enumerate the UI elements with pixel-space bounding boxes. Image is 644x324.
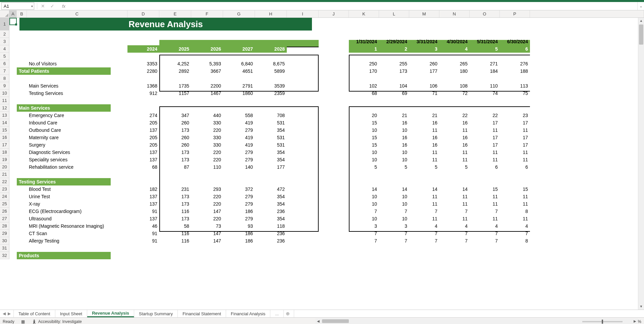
cell[interactable]: 15 xyxy=(349,141,379,149)
cell[interactable]: 5 xyxy=(439,163,470,171)
cell[interactable]: 113 xyxy=(500,82,530,90)
cell[interactable]: 110 xyxy=(470,82,500,90)
cell[interactable]: 354 xyxy=(255,149,287,156)
cell[interactable]: 7 xyxy=(439,230,470,237)
section-header[interactable]: Main Services xyxy=(17,104,111,112)
row-header[interactable]: 15 xyxy=(0,126,9,134)
sheet-tab[interactable]: Revenue Analysis xyxy=(87,310,134,317)
scroll-up-icon[interactable]: ▲ xyxy=(638,18,644,24)
cell[interactable]: Speciality services xyxy=(27,156,127,163)
row-header[interactable]: 21 xyxy=(0,171,9,178)
cell[interactable]: 17 xyxy=(500,134,530,141)
cell[interactable]: 11 xyxy=(409,193,439,200)
column-header[interactable]: G xyxy=(223,10,255,17)
scroll-thumb[interactable] xyxy=(639,24,643,45)
cell[interactable]: 10 xyxy=(379,215,409,222)
cell[interactable]: 10 xyxy=(379,156,409,163)
cell[interactable]: 71 xyxy=(409,90,439,97)
row-header[interactable]: 5 xyxy=(0,53,9,60)
cell[interactable]: 236 xyxy=(255,237,287,245)
cell[interactable]: 8,675 xyxy=(255,60,287,67)
cell[interactable]: 177 xyxy=(409,67,439,75)
column-header[interactable]: N xyxy=(439,10,470,17)
cell[interactable]: 354 xyxy=(255,200,287,208)
cell[interactable]: 173 xyxy=(159,215,191,222)
cell[interactable]: 137 xyxy=(127,149,159,156)
row-header[interactable]: 26 xyxy=(0,208,9,215)
cell[interactable]: 220 xyxy=(191,200,223,208)
cell[interactable]: 11 xyxy=(439,200,470,208)
cell[interactable]: 7 xyxy=(439,208,470,215)
cell[interactable]: 276 xyxy=(500,60,530,67)
cell[interactable]: 73 xyxy=(191,222,223,230)
cell[interactable]: 347 xyxy=(159,112,191,119)
cell[interactable]: 1/31/2024 xyxy=(349,38,379,45)
cell[interactable]: CT Scan xyxy=(27,230,127,237)
cell[interactable]: 91 xyxy=(127,208,159,215)
cell[interactable]: 22 xyxy=(439,112,470,119)
cell[interactable]: 22 xyxy=(470,112,500,119)
row-header[interactable]: 28 xyxy=(0,222,9,230)
column-header[interactable]: I xyxy=(287,10,319,17)
cell[interactable]: 2027 xyxy=(223,45,255,53)
cell[interactable]: 11 xyxy=(470,149,500,156)
cell[interactable]: 5899 xyxy=(255,67,287,75)
cell[interactable]: 279 xyxy=(223,200,255,208)
cell[interactable]: Maternity care xyxy=(27,134,127,141)
cell[interactable]: 205 xyxy=(127,134,159,141)
cell[interactable]: 5/31/2024 xyxy=(470,38,500,45)
cell[interactable]: 188 xyxy=(500,67,530,75)
cell[interactable]: 5 xyxy=(409,163,439,171)
cell[interactable]: 118 xyxy=(255,222,287,230)
cell[interactable]: 93 xyxy=(223,222,255,230)
cell[interactable]: 4 xyxy=(500,222,530,230)
cell[interactable]: 11 xyxy=(470,193,500,200)
cell[interactable]: No.of Visitors xyxy=(27,60,127,67)
select-all-button[interactable] xyxy=(0,10,9,18)
cell[interactable]: Inbound Care xyxy=(27,119,127,126)
cell[interactable]: 7 xyxy=(470,208,500,215)
cell[interactable]: 531 xyxy=(255,134,287,141)
status-accessibility[interactable]: Accessibility: Investigate xyxy=(38,319,82,324)
cell[interactable]: 11 xyxy=(500,149,530,156)
cell[interactable]: 186 xyxy=(223,208,255,215)
cell[interactable]: 3539 xyxy=(255,82,287,90)
cell[interactable]: 8 xyxy=(500,237,530,245)
cell[interactable]: 260 xyxy=(159,141,191,149)
cell[interactable]: 255 xyxy=(379,60,409,67)
cell[interactable]: 2025 xyxy=(159,45,191,53)
scroll-right-icon[interactable]: ▶ xyxy=(632,319,638,323)
cell[interactable]: 4 xyxy=(409,222,439,230)
accessibility-icon[interactable] xyxy=(32,319,37,324)
cell[interactable]: 106 xyxy=(409,82,439,90)
cell[interactable]: 220 xyxy=(191,149,223,156)
cell[interactable]: 184 xyxy=(470,67,500,75)
cell[interactable]: 236 xyxy=(255,208,287,215)
cell[interactable]: 11 xyxy=(500,200,530,208)
cell[interactable]: 2892 xyxy=(159,67,191,75)
cell[interactable]: 7 xyxy=(409,230,439,237)
cell[interactable]: 7 xyxy=(439,237,470,245)
cell[interactable]: 10 xyxy=(349,215,379,222)
cell[interactable]: 11 xyxy=(500,193,530,200)
cell[interactable]: 1467 xyxy=(191,90,223,97)
cell[interactable]: 58 xyxy=(159,222,191,230)
cell[interactable]: 330 xyxy=(191,141,223,149)
cell[interactable]: 15 xyxy=(349,134,379,141)
formula-input[interactable] xyxy=(67,2,637,10)
cell[interactable]: 23 xyxy=(500,112,530,119)
cell[interactable]: 419 xyxy=(223,119,255,126)
cell[interactable]: 7 xyxy=(500,230,530,237)
cell[interactable]: 16 xyxy=(439,141,470,149)
cell[interactable]: 116 xyxy=(159,237,191,245)
row-header[interactable]: 29 xyxy=(0,230,9,237)
row-header[interactable]: 11 xyxy=(0,97,9,104)
cell[interactable]: 11 xyxy=(409,149,439,156)
cell[interactable]: 4 xyxy=(439,222,470,230)
scroll-down-icon[interactable]: ▼ xyxy=(638,304,644,310)
column-header[interactable]: C xyxy=(27,10,127,17)
cell[interactable]: 173 xyxy=(379,67,409,75)
cell[interactable]: 1157 xyxy=(159,90,191,97)
cell[interactable]: 68 xyxy=(349,90,379,97)
row-header[interactable]: 20 xyxy=(0,163,9,171)
